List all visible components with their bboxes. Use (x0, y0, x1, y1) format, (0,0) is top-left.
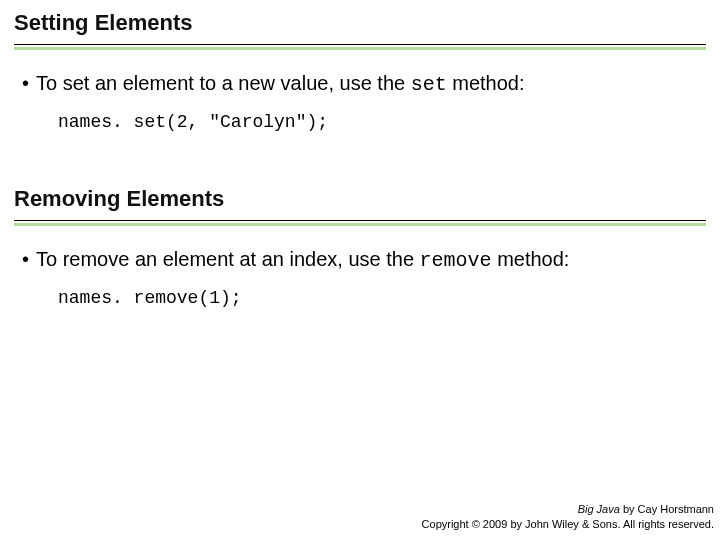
bullet-remove-code: remove (420, 249, 492, 272)
footer: Big Java by Cay Horstmann Copyright © 20… (422, 502, 714, 532)
heading-rule (14, 44, 706, 50)
heading-removing-elements: Removing Elements (14, 186, 706, 218)
footer-copyright: Copyright © 2009 by John Wiley & Sons. A… (422, 517, 714, 532)
bullet-dot-2: • (22, 246, 36, 273)
rule-green-2 (14, 223, 706, 226)
section-removing: Removing Elements •To remove an element … (14, 186, 706, 308)
rule-green (14, 47, 706, 50)
bullet-set-post: method: (447, 72, 525, 94)
footer-byline: by Cay Horstmann (620, 503, 714, 515)
rule-dark-2 (14, 220, 706, 221)
footer-title: Big Java (578, 503, 620, 515)
bullet-set-pre: To set an element to a new value, use th… (36, 72, 411, 94)
slide: Setting Elements •To set an element to a… (0, 0, 720, 540)
bullet-set-code: set (411, 73, 447, 96)
bullet-dot: • (22, 70, 36, 97)
rule-dark (14, 44, 706, 45)
code-set: names. set(2, "Carolyn"); (58, 112, 706, 132)
code-remove: names. remove(1); (58, 288, 706, 308)
heading-setting-elements: Setting Elements (14, 10, 706, 42)
footer-line1: Big Java by Cay Horstmann (422, 502, 714, 517)
bullet-remove: •To remove an element at an index, use t… (14, 246, 706, 274)
bullet-remove-pre: To remove an element at an index, use th… (36, 248, 420, 270)
bullet-set: •To set an element to a new value, use t… (14, 70, 706, 98)
bullet-remove-post: method: (492, 248, 570, 270)
heading-rule-2 (14, 220, 706, 226)
